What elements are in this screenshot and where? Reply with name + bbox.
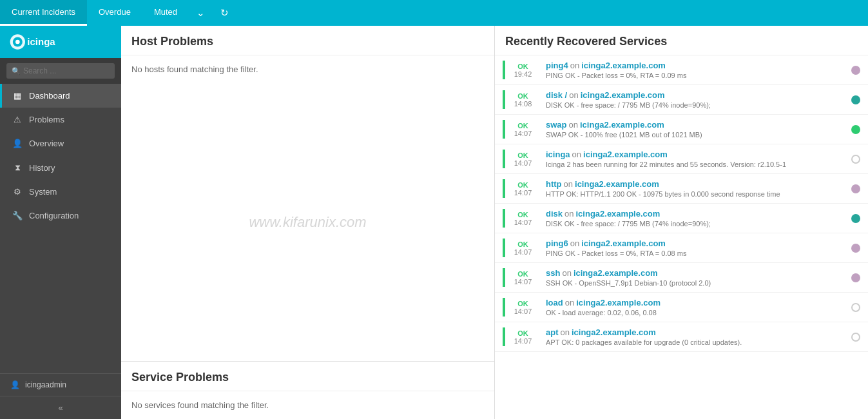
service-row[interactable]: OK14:07aptonicinga2.example.comAPT OK: 0… xyxy=(495,322,868,352)
service-row[interactable]: OK14:07httponicinga2.example.comHTTP OK:… xyxy=(495,174,868,204)
tab-muted[interactable]: Muted xyxy=(142,0,189,26)
system-icon: ⚙ xyxy=(12,187,23,197)
service-name: swaponicinga2.example.com xyxy=(546,120,841,130)
history-icon: ⧗ xyxy=(12,162,23,173)
watermark-text: www.kifarunix.com xyxy=(249,214,366,231)
service-row[interactable]: OK19:42ping4onicinga2.example.comPING OK… xyxy=(495,55,868,85)
service-info: diskonicinga2.example.comDISK OK - free … xyxy=(541,209,846,228)
sidebar-item-label: Problems xyxy=(29,115,64,124)
service-time: OK14:07 xyxy=(505,240,541,256)
service-name: httponicinga2.example.com xyxy=(546,179,841,189)
service-row[interactable]: OK14:07loadonicinga2.example.comOK - loa… xyxy=(495,293,868,322)
service-problems-empty: No services found matching the filter. xyxy=(121,391,494,419)
service-problems-header: Service Problems xyxy=(121,362,494,391)
sidebar-item-history[interactable]: ⧗ History xyxy=(0,155,121,180)
service-time: OK14:07 xyxy=(505,329,541,345)
service-indicator xyxy=(851,125,860,134)
username-label: icingaadmin xyxy=(25,380,66,389)
service-indicator xyxy=(851,66,860,75)
right-panel: Recently Recovered Services OK19:42ping4… xyxy=(495,26,868,419)
sidebar-item-label: Overview xyxy=(29,139,64,148)
sidebar: icinga 🔍 ▦ Dashboard ⚠ Problems 👤 Overvi… xyxy=(0,26,121,419)
service-name: ping4onicinga2.example.com xyxy=(546,61,841,70)
service-row[interactable]: OK14:07swaponicinga2.example.comSWAP OK … xyxy=(495,115,868,144)
service-problems-section: Service Problems No services found match… xyxy=(121,361,494,419)
search-input[interactable] xyxy=(6,63,115,79)
service-description: SWAP OK - 100% free (1021 MB out of 1021… xyxy=(546,131,841,139)
service-description: PING OK - Packet loss = 0%, RTA = 0.08 m… xyxy=(546,249,841,257)
sidebar-logo: icinga xyxy=(0,26,121,58)
service-name: disk /onicinga2.example.com xyxy=(546,90,841,100)
service-indicator xyxy=(851,273,860,282)
sidebar-item-dashboard[interactable]: ▦ Dashboard xyxy=(0,84,121,108)
service-indicator xyxy=(851,214,860,223)
sidebar-item-label: Configuration xyxy=(29,211,79,220)
sidebar-item-system[interactable]: ⚙ System xyxy=(0,180,121,204)
host-problems-header: Host Problems xyxy=(121,26,494,55)
collapse-icon: « xyxy=(58,403,63,413)
sidebar-item-label: System xyxy=(29,187,57,197)
service-name: sshonicinga2.example.com xyxy=(546,268,841,278)
left-panel: Host Problems No hosts found matching th… xyxy=(121,26,495,419)
sidebar-item-overview[interactable]: 👤 Overview xyxy=(0,132,121,155)
service-description: DISK OK - free space: / 7795 MB (74% ino… xyxy=(546,220,841,228)
service-row[interactable]: OK14:07ping6onicinga2.example.comPING OK… xyxy=(495,233,868,263)
svg-text:icinga: icinga xyxy=(27,36,55,47)
service-indicator xyxy=(851,184,860,193)
service-time: OK19:42 xyxy=(505,63,541,78)
service-row[interactable]: OK14:07icingaonicinga2.example.comIcinga… xyxy=(495,144,868,174)
sidebar-search-area: 🔍 xyxy=(0,58,121,84)
service-indicator xyxy=(851,333,860,342)
service-info: icingaonicinga2.example.comIcinga 2 has … xyxy=(541,150,846,168)
service-info: loadonicinga2.example.comOK - load avera… xyxy=(541,298,846,317)
service-info: ping4onicinga2.example.comPING OK - Pack… xyxy=(541,61,846,79)
sidebar-collapse-button[interactable]: « xyxy=(0,396,121,419)
service-row[interactable]: OK14:07sshonicinga2.example.comSSH OK - … xyxy=(495,263,868,293)
service-name: ping6onicinga2.example.com xyxy=(546,239,841,248)
service-time: OK14:07 xyxy=(505,181,541,197)
service-list: OK19:42ping4onicinga2.example.comPING OK… xyxy=(495,55,868,419)
service-row[interactable]: OK14:07diskonicinga2.example.comDISK OK … xyxy=(495,204,868,233)
sidebar-item-label: History xyxy=(29,163,55,173)
service-row[interactable]: OK14:08disk /onicinga2.example.comDISK O… xyxy=(495,85,868,115)
recovered-services-header: Recently Recovered Services xyxy=(495,26,868,55)
service-description: APT OK: 0 packages available for upgrade… xyxy=(546,338,841,346)
service-info: ping6onicinga2.example.comPING OK - Pack… xyxy=(541,239,846,257)
service-info: swaponicinga2.example.comSWAP OK - 100% … xyxy=(541,120,846,139)
service-indicator xyxy=(851,155,860,164)
host-problems-empty: No hosts found matching the filter. xyxy=(121,55,494,83)
service-indicator xyxy=(851,95,860,104)
svg-point-2 xyxy=(15,40,20,44)
service-time: OK14:07 xyxy=(505,122,541,137)
service-description: SSH OK - OpenSSH_7.9p1 Debian-10 (protoc… xyxy=(546,279,841,287)
service-name: loadonicinga2.example.com xyxy=(546,298,841,307)
tab-current-incidents[interactable]: Current Incidents xyxy=(0,0,87,26)
service-description: OK - load average: 0.02, 0.06, 0.08 xyxy=(546,309,841,317)
service-name: icingaonicinga2.example.com xyxy=(546,150,841,159)
icinga-logo: icinga xyxy=(9,33,73,51)
sidebar-nav: ▦ Dashboard ⚠ Problems 👤 Overview ⧗ Hist… xyxy=(0,84,121,373)
service-info: aptonicinga2.example.comAPT OK: 0 packag… xyxy=(541,327,846,346)
service-time: OK14:07 xyxy=(505,300,541,315)
configuration-icon: 🔧 xyxy=(12,211,23,220)
chevron-down-icon[interactable]: ⌄ xyxy=(189,0,213,26)
dashboard-icon: ▦ xyxy=(12,91,23,101)
service-info: httponicinga2.example.comHTTP OK: HTTP/1… xyxy=(541,179,846,198)
service-name: aptonicinga2.example.com xyxy=(546,327,841,337)
sidebar-item-problems[interactable]: ⚠ Problems xyxy=(0,108,121,132)
main-content: Host Problems No hosts found matching th… xyxy=(121,26,868,419)
sidebar-item-configuration[interactable]: 🔧 Configuration xyxy=(0,204,121,228)
service-info: sshonicinga2.example.comSSH OK - OpenSSH… xyxy=(541,268,846,287)
overview-icon: 👤 xyxy=(12,139,23,148)
service-description: PING OK - Packet loss = 0%, RTA = 0.09 m… xyxy=(546,72,841,79)
service-indicator xyxy=(851,244,860,253)
service-time: OK14:08 xyxy=(505,92,541,108)
service-name: diskonicinga2.example.com xyxy=(546,209,841,219)
tab-overdue[interactable]: Overdue xyxy=(87,0,142,26)
service-description: Icinga 2 has been running for 22 minutes… xyxy=(546,161,841,168)
top-navigation: Current Incidents Overdue Muted ⌄ ↻ xyxy=(0,0,868,26)
refresh-icon[interactable]: ↻ xyxy=(213,0,236,26)
sidebar-item-label: Dashboard xyxy=(29,91,70,101)
sidebar-user[interactable]: 👤 icingaadmin xyxy=(0,373,121,396)
watermark-area: www.kifarunix.com xyxy=(121,83,494,361)
